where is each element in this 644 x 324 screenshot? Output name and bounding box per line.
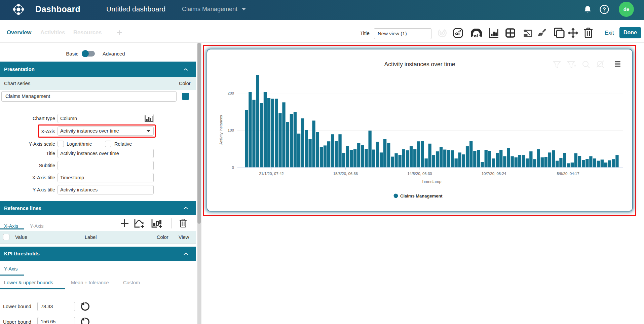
svg-text:0: 0	[232, 166, 234, 170]
svg-text:100: 100	[228, 128, 234, 132]
svg-text:14/5/20, 06:30: 14/5/20, 06:30	[407, 172, 432, 176]
svg-text:Activity instances over time: Activity instances over time	[384, 61, 455, 68]
svg-text:21/1/20, 07:42: 21/1/20, 07:42	[259, 172, 284, 176]
svg-text:10/7/20, 05:24: 10/7/20, 05:24	[482, 172, 506, 176]
svg-text:5/9/20, 04:17: 5/9/20, 04:17	[557, 172, 579, 176]
svg-text:?: ?	[603, 7, 606, 12]
svg-text:Activity instances: Activity instances	[219, 115, 223, 145]
svg-text:200: 200	[228, 91, 234, 95]
svg-text:18/3/20, 06:36: 18/3/20, 06:36	[333, 172, 358, 176]
svg-text:Timestamp: Timestamp	[422, 179, 442, 184]
svg-text:Claims Management: Claims Management	[400, 193, 443, 199]
